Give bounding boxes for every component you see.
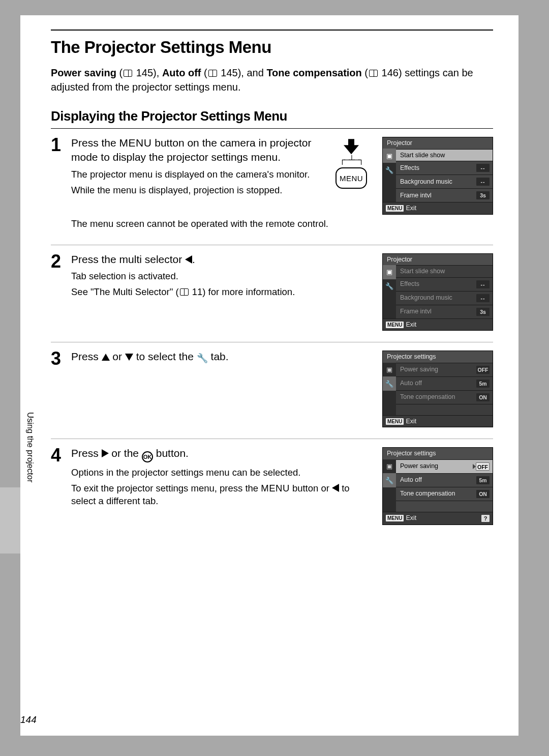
step4-sub1: Options in the projector settings menu c… [71, 467, 371, 479]
triangle-left-icon [185, 255, 192, 264]
projector-tab-icon: ▣ [383, 265, 396, 279]
projector-tab-icon: ▣ [383, 362, 396, 376]
lcd-screenshot-settings-active: Projector settings ▣ 🔧 Power savingOFF A… [382, 447, 493, 525]
book-icon [208, 70, 217, 77]
step1-sub1: The projector menu is displayed on the c… [71, 168, 317, 181]
lcd-screenshot-settings-dim: Projector settings ▣ 🔧 Power savingOFF A… [382, 351, 493, 427]
step-number: 1 [51, 136, 64, 233]
step4-sub2: To exit the projector settings menu, pre… [71, 482, 371, 508]
step2-lead: Press the multi selector . [71, 252, 371, 267]
step-number: 3 [51, 350, 64, 427]
step-number: 4 [51, 446, 64, 525]
triangle-down-icon [125, 354, 133, 361]
triangle-left-icon [332, 484, 339, 492]
book-icon [369, 70, 378, 77]
wrench-tab-icon: 🔧 [383, 163, 396, 177]
down-arrow-icon [344, 139, 359, 154]
menu-button-illustration: ┌─┴─┐ MENU [328, 139, 374, 205]
lcd-screenshot-projector: Projector ▣ 🔧 Start slide show Effects--… [382, 137, 493, 215]
page-number: 144 [20, 714, 37, 725]
book-icon [124, 70, 132, 77]
step2-sub1: Tab selection is activated. [71, 270, 371, 283]
page-title: The Projector Settings Menu [51, 38, 493, 57]
ok-button-icon: OK [142, 451, 153, 462]
projector-tab-icon: ▣ [383, 459, 396, 473]
step1-sub3: The menu screen cannot be operated with … [71, 218, 493, 230]
triangle-up-icon [102, 354, 110, 361]
help-icon: ? [481, 515, 490, 522]
triangle-right-icon [102, 449, 109, 457]
step1-lead: Press the MENU button on the camera in p… [71, 136, 317, 164]
wrench-tab-icon: 🔧 [383, 376, 396, 391]
side-section-label: Using the projector [25, 412, 35, 483]
step-number: 2 [51, 252, 64, 331]
wrench-tab-icon: 🔧 [383, 279, 396, 294]
step4-lead: Press or the OK button. [71, 446, 371, 462]
step1-sub2: While the menu is displayed, projection … [71, 184, 317, 197]
book-icon [180, 288, 189, 296]
intro-text: Power saving ( 145), Auto off ( 145), an… [51, 66, 493, 94]
projector-tab-icon: ▣ [383, 149, 396, 163]
section-heading: Displaying the Projector Settings Menu [51, 108, 493, 124]
wrench-tab-icon: 🔧 [383, 473, 396, 487]
step2-sub2: See "The Multi Selector" ( 11) for more … [71, 286, 371, 299]
step3-lead: Press or to select the 🔧 tab. [71, 350, 371, 365]
lcd-screenshot-projector-dim: Projector ▣ 🔧 Start slide show Effects--… [382, 253, 493, 331]
wrench-icon: 🔧 [197, 353, 208, 365]
